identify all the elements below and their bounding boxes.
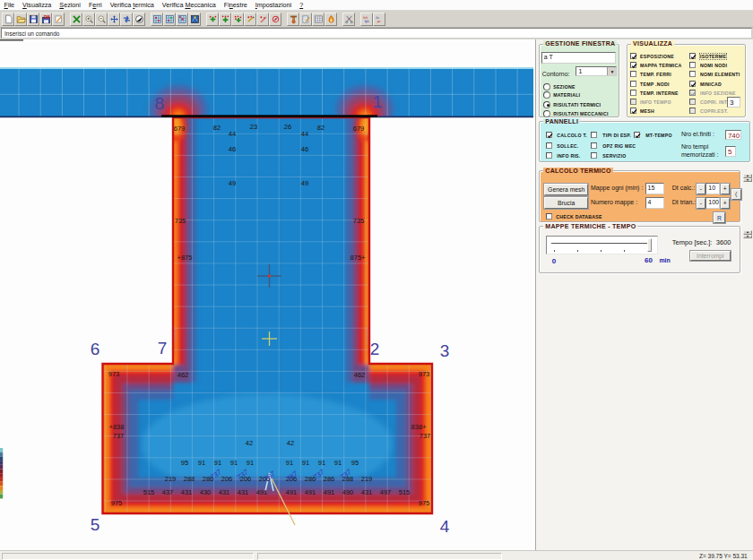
svg-text:8: 8	[155, 94, 165, 113]
svg-text:DB: DB	[44, 13, 51, 19]
svg-text:735: 735	[353, 217, 365, 225]
svg-text:49: 49	[301, 179, 308, 187]
svg-text:42: 42	[246, 439, 253, 447]
svg-text:431: 431	[181, 488, 193, 496]
svg-text:838+: 838+	[411, 423, 428, 431]
svg-text:44: 44	[229, 130, 236, 138]
svg-text:679: 679	[353, 125, 365, 133]
svg-text:23: 23	[250, 123, 257, 131]
svg-text:95: 95	[351, 459, 359, 467]
svg-text:91: 91	[302, 459, 309, 467]
svg-text:82: 82	[317, 124, 325, 132]
svg-text:fyk: fyk	[365, 19, 369, 23]
svg-text:430: 430	[200, 488, 212, 496]
svg-text:219: 219	[165, 475, 177, 483]
svg-text:+875: +875	[177, 254, 193, 262]
svg-text:437: 437	[162, 488, 174, 496]
svg-text:3: 3	[440, 341, 450, 360]
svg-text:491: 491	[256, 488, 268, 496]
svg-text:46: 46	[229, 145, 236, 153]
svg-text:288: 288	[184, 475, 195, 483]
svg-text:497: 497	[380, 488, 392, 496]
svg-text:462: 462	[354, 371, 366, 379]
svg-text:515: 515	[399, 488, 411, 496]
svg-text:219: 219	[361, 475, 373, 483]
svg-text:286: 286	[324, 475, 335, 483]
svg-text:49: 49	[229, 179, 236, 187]
svg-text:431: 431	[219, 488, 230, 496]
svg-text:95: 95	[181, 459, 188, 467]
svg-text:206: 206	[221, 475, 233, 483]
svg-text:975: 975	[419, 499, 430, 507]
svg-text:462: 462	[177, 371, 189, 379]
svg-text:7: 7	[158, 339, 168, 358]
svg-text:875+: 875+	[351, 254, 367, 262]
svg-text:431: 431	[238, 488, 249, 496]
svg-text:ρc: ρc	[377, 19, 381, 23]
svg-text:44: 44	[301, 130, 308, 138]
svg-text:91: 91	[286, 459, 293, 467]
svg-text:973: 973	[108, 370, 120, 378]
svg-text:91: 91	[334, 459, 342, 467]
svg-text:491: 491	[286, 488, 298, 496]
svg-text:26: 26	[284, 123, 291, 131]
svg-text:91: 91	[198, 459, 205, 467]
svg-text:737: 737	[113, 432, 125, 440]
svg-text:735: 735	[175, 217, 186, 225]
svg-text:737: 737	[420, 432, 431, 440]
svg-text:1: 1	[373, 92, 383, 111]
svg-text:82: 82	[213, 124, 221, 132]
svg-text:515: 515	[143, 488, 155, 496]
svg-text:6: 6	[91, 340, 100, 358]
svg-text:490: 490	[342, 488, 354, 496]
svg-text:91: 91	[230, 459, 238, 467]
svg-text:491: 491	[324, 488, 335, 496]
svg-text:+838: +838	[109, 423, 125, 431]
svg-text:91: 91	[318, 459, 325, 467]
svg-text:975: 975	[111, 499, 123, 507]
svg-text:91: 91	[214, 459, 221, 467]
svg-text:431: 431	[361, 488, 373, 496]
svg-text:973: 973	[419, 370, 430, 378]
svg-text:5: 5	[91, 515, 100, 534]
svg-text:491: 491	[305, 488, 316, 496]
svg-text:2: 2	[370, 340, 380, 358]
svg-text:42: 42	[287, 439, 294, 447]
svg-text:46: 46	[301, 145, 308, 153]
svg-text:679: 679	[174, 125, 186, 133]
svg-text:91: 91	[247, 459, 254, 467]
svg-text:4: 4	[440, 517, 450, 536]
